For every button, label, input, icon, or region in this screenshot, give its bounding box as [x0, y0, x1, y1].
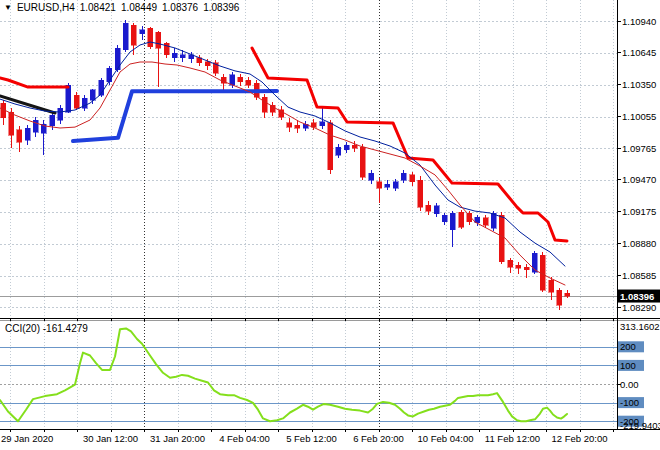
- candle: [459, 212, 464, 227]
- symbol-period-label: EURUSD,H4: [17, 2, 75, 13]
- candle: [25, 128, 30, 140]
- cci-title-text: CCI(20) -161.4279: [5, 323, 88, 334]
- support-step-line: [73, 91, 277, 141]
- cci-layer: [0, 328, 567, 421]
- candle: [483, 218, 488, 225]
- svg-text:1.08880: 1.08880: [622, 238, 656, 249]
- svg-text:1.10350: 1.10350: [622, 79, 656, 90]
- candle: [328, 123, 333, 170]
- black-trend-segment: [0, 96, 55, 113]
- ohlc-open: 1.08421: [80, 2, 116, 13]
- candle: [385, 184, 390, 187]
- candle: [352, 145, 357, 148]
- candle: [9, 112, 14, 135]
- candle: [287, 123, 292, 127]
- cci-indicator-label: CCI(20) -161.4279: [5, 323, 88, 334]
- candle: [557, 290, 562, 305]
- svg-text:5 Feb 12:00: 5 Feb 12:00: [286, 433, 337, 444]
- svg-text:12 Feb 20:00: 12 Feb 20:00: [552, 433, 608, 444]
- cci-axis-labels: 2001000.00-100-200313.1602-219.9403: [618, 321, 660, 431]
- ohlc-low: 1.08376: [162, 2, 198, 13]
- svg-text:0.00: 0.00: [620, 379, 639, 390]
- symbol-dropdown-icon[interactable]: ▼: [4, 3, 12, 12]
- svg-text:31 Jan 20:00: 31 Jan 20:00: [150, 433, 205, 444]
- candle: [180, 55, 185, 58]
- candle: [107, 68, 112, 82]
- overlay-lines-layer: [0, 42, 567, 285]
- candle: [360, 147, 365, 177]
- candle: [148, 28, 153, 47]
- candle: [410, 175, 415, 182]
- candle: [58, 108, 63, 120]
- candle: [516, 265, 521, 268]
- candle: [50, 115, 55, 126]
- svg-text:1.08290: 1.08290: [622, 302, 656, 313]
- svg-text:200: 200: [620, 341, 636, 352]
- svg-text:1.08396: 1.08396: [620, 291, 654, 302]
- svg-text:-219.9403: -219.9403: [620, 420, 660, 431]
- candle: [434, 206, 439, 214]
- candle: [320, 122, 325, 126]
- candle: [238, 77, 243, 82]
- svg-text:1.08585: 1.08585: [622, 270, 656, 281]
- cci-line: [0, 328, 567, 421]
- candle: [442, 215, 447, 222]
- svg-text:-100: -100: [620, 397, 639, 408]
- candle: [418, 180, 423, 207]
- current-price-tag: 1.08396: [618, 290, 660, 303]
- candles-layer: [1, 20, 570, 310]
- candle: [336, 147, 341, 155]
- ohlc-close: 1.08396: [203, 2, 239, 13]
- chart-canvas[interactable]: 1.109401.106451.103501.100551.097651.094…: [0, 0, 660, 450]
- candle: [295, 125, 300, 128]
- resistance-step-line-left: [0, 78, 68, 87]
- candle: [450, 213, 455, 230]
- svg-text:1.09765: 1.09765: [622, 143, 656, 154]
- svg-text:100: 100: [620, 360, 636, 371]
- candle: [205, 62, 210, 66]
- svg-text:313.1602: 313.1602: [620, 321, 660, 332]
- svg-text:29 Jan 2020: 29 Jan 2020: [1, 433, 53, 444]
- candle: [344, 145, 349, 150]
- candle: [17, 130, 22, 142]
- candle: [369, 173, 374, 180]
- time-axis-labels: 29 Jan 202030 Jan 12:0031 Jan 20:004 Feb…: [1, 433, 608, 444]
- candle: [540, 255, 545, 290]
- candle: [90, 90, 95, 100]
- candle: [123, 23, 128, 50]
- candle: [156, 32, 161, 48]
- candle: [66, 85, 71, 112]
- candle: [262, 97, 267, 112]
- candle: [377, 182, 382, 188]
- svg-text:10 Feb 04:00: 10 Feb 04:00: [418, 433, 474, 444]
- candle: [246, 80, 251, 85]
- candle: [549, 280, 554, 292]
- chart-title: ▼ EURUSD,H4 1.08421 1.08449 1.08376 1.08…: [4, 2, 239, 13]
- chart-window: 1.109401.106451.103501.100551.097651.094…: [0, 0, 660, 450]
- candle: [524, 267, 529, 270]
- candle: [401, 173, 406, 180]
- candle: [565, 293, 570, 296]
- candle: [393, 182, 398, 188]
- candle: [508, 260, 513, 267]
- candle: [499, 215, 504, 262]
- candle: [74, 95, 79, 108]
- svg-text:4 Feb 04:00: 4 Feb 04:00: [219, 433, 270, 444]
- svg-text:1.10055: 1.10055: [622, 111, 656, 122]
- price-axis-labels: 1.109401.106451.103501.100551.097651.094…: [622, 16, 656, 313]
- svg-text:1.10645: 1.10645: [622, 47, 656, 58]
- svg-text:1.09470: 1.09470: [622, 174, 656, 185]
- ohlc-high: 1.08449: [121, 2, 157, 13]
- candle: [426, 205, 431, 211]
- svg-text:11 Feb 12:00: 11 Feb 12:00: [485, 433, 540, 444]
- svg-text:1.10940: 1.10940: [622, 16, 656, 27]
- candle: [230, 75, 235, 85]
- candle: [140, 30, 145, 34]
- candle: [131, 25, 136, 45]
- svg-text:30 Jan 12:00: 30 Jan 12:00: [83, 433, 138, 444]
- candle: [172, 53, 177, 58]
- svg-text:6 Feb 20:00: 6 Feb 20:00: [353, 433, 404, 444]
- ma-fast-navy: [0, 42, 565, 266]
- svg-text:1.09175: 1.09175: [622, 206, 656, 217]
